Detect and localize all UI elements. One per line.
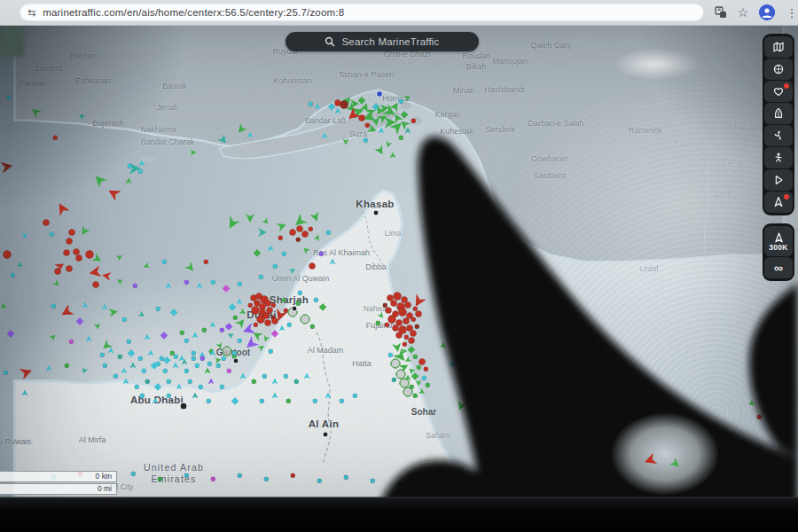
screen-bottom-edge [0, 497, 798, 498]
menu-dots-icon[interactable]: ⋮ [784, 4, 798, 20]
site-settings-icon[interactable]: ⇆ [27, 8, 35, 18]
profile-avatar[interactable] [759, 4, 775, 20]
bookmark-star-icon[interactable]: ☆ [735, 4, 751, 20]
monitor-bezel [0, 497, 798, 532]
translate-icon[interactable] [713, 4, 729, 20]
url-text: marinetraffic.com/en/ais/home/centerx:56… [43, 7, 344, 18]
browser-toolbar: ⇆ marinetraffic.com/en/ais/home/centerx:… [0, 0, 798, 26]
photographed-monitor: BeyramLamerdParsianEshkananBastakJenahBu… [0, 0, 798, 532]
light-gap-between-fingers [612, 413, 718, 495]
address-bar[interactable]: ⇆ marinetraffic.com/en/ais/home/centerx:… [20, 4, 704, 21]
